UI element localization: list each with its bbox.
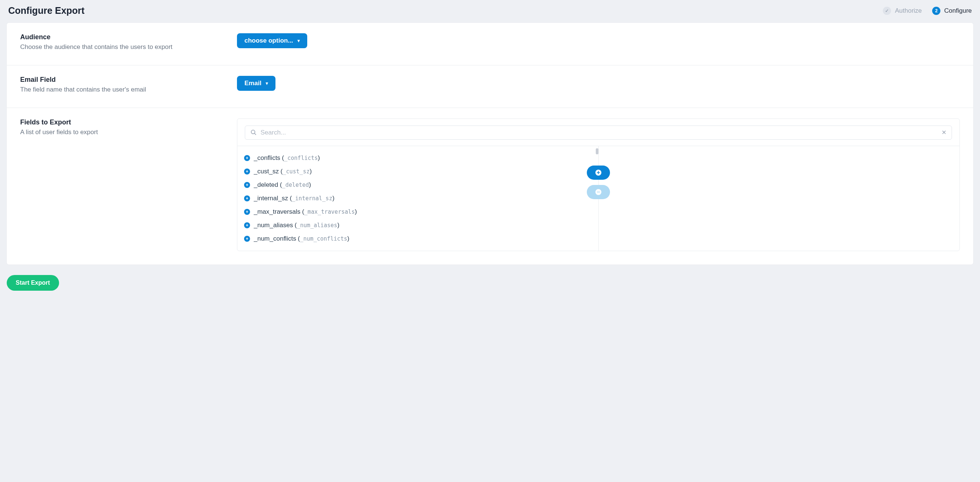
- dropdown-label: Email: [245, 80, 261, 87]
- field-item[interactable]: + _num_conflicts (_num_conflicts): [237, 232, 598, 245]
- plus-circle-icon: +: [244, 196, 250, 201]
- field-alias: _internal_sz: [292, 195, 332, 202]
- plus-circle-icon: +: [244, 182, 250, 188]
- chevron-down-icon: ▾: [298, 38, 300, 43]
- chevron-down-icon: ▾: [266, 81, 268, 86]
- field-item[interactable]: + _cust_sz (_cust_sz): [237, 165, 598, 178]
- fields-panel: ✕ + _conflicts (_conflicts): [237, 118, 960, 251]
- field-alias: _deleted: [282, 181, 309, 188]
- fields-search-wrap: ✕: [245, 126, 952, 140]
- field-name: _cust_sz: [254, 168, 279, 175]
- section-desc: A list of user fields to export: [20, 128, 222, 137]
- add-all-button[interactable]: +: [587, 165, 610, 180]
- start-export-button[interactable]: Start Export: [7, 275, 59, 291]
- audience-dropdown[interactable]: choose option... ▾: [237, 33, 307, 48]
- field-alias: _num_aliases: [297, 222, 337, 229]
- field-alias: _num_conflicts: [300, 235, 347, 242]
- scrollbar-thumb[interactable]: [596, 148, 598, 154]
- section-desc: The field name that contains the user's …: [20, 85, 222, 94]
- field-name: _internal_sz: [254, 195, 288, 202]
- plus-circle-icon: +: [244, 236, 250, 242]
- selected-fields-column: [598, 146, 960, 251]
- step-authorize[interactable]: ✓ Authorize: [883, 7, 922, 15]
- field-name: _deleted: [254, 181, 278, 188]
- email-field-dropdown[interactable]: Email ▾: [237, 76, 275, 91]
- section-title: Email Field: [20, 76, 222, 84]
- step-configure[interactable]: 2 Configure: [932, 7, 972, 15]
- plus-icon: +: [595, 170, 601, 176]
- section-email-field: Email Field The field name that contains…: [7, 65, 973, 108]
- section-audience: Audience Choose the audience that contai…: [7, 23, 973, 65]
- step-number-icon: 2: [932, 7, 940, 15]
- plus-circle-icon: +: [244, 209, 250, 215]
- page-title: Configure Export: [8, 5, 84, 16]
- field-item[interactable]: + _deleted (_deleted): [237, 178, 598, 192]
- step-label: Authorize: [895, 7, 922, 14]
- plus-circle-icon: +: [244, 155, 250, 161]
- step-label: Configure: [944, 7, 972, 14]
- fields-columns: + _conflicts (_conflicts) + _cust_sz: [237, 146, 959, 251]
- clear-icon[interactable]: ✕: [942, 129, 947, 136]
- field-item[interactable]: + _conflicts (_conflicts): [237, 151, 598, 165]
- fields-search-input[interactable]: [261, 129, 938, 136]
- section-title: Fields to Export: [20, 118, 222, 126]
- transfer-controls: + −: [587, 165, 610, 199]
- field-item[interactable]: + _num_aliases (_num_aliases): [237, 219, 598, 232]
- plus-circle-icon: +: [244, 222, 250, 228]
- section-fields-to-export: Fields to Export A list of user fields t…: [7, 108, 973, 264]
- field-item[interactable]: + _max_traversals (_max_traversals): [237, 205, 598, 219]
- section-title: Audience: [20, 33, 222, 41]
- svg-line-1: [255, 134, 256, 135]
- field-name: _conflicts: [254, 154, 280, 161]
- field-alias: _cust_sz: [283, 168, 309, 175]
- plus-circle-icon: +: [244, 169, 250, 175]
- svg-point-0: [251, 130, 255, 134]
- remove-all-button[interactable]: −: [587, 185, 610, 199]
- search-icon: [250, 129, 257, 136]
- footer: Start Export: [7, 275, 973, 291]
- field-name: _num_conflicts: [254, 235, 296, 242]
- check-icon: ✓: [883, 7, 891, 15]
- field-alias: _conflicts: [284, 155, 318, 161]
- config-card: Audience Choose the audience that contai…: [7, 23, 973, 264]
- field-name: _num_aliases: [254, 221, 293, 229]
- field-name: _max_traversals: [254, 208, 301, 215]
- header-row: Configure Export ✓ Authorize 2 Configure: [7, 5, 973, 16]
- section-desc: Choose the audience that contains the us…: [20, 43, 222, 52]
- available-fields-column: + _conflicts (_conflicts) + _cust_sz: [237, 146, 598, 251]
- wizard-steps: ✓ Authorize 2 Configure: [883, 7, 972, 15]
- field-alias: _max_traversals: [304, 208, 355, 215]
- field-item[interactable]: + _internal_sz (_internal_sz): [237, 192, 598, 205]
- minus-icon: −: [595, 189, 601, 195]
- dropdown-label: choose option...: [245, 37, 293, 45]
